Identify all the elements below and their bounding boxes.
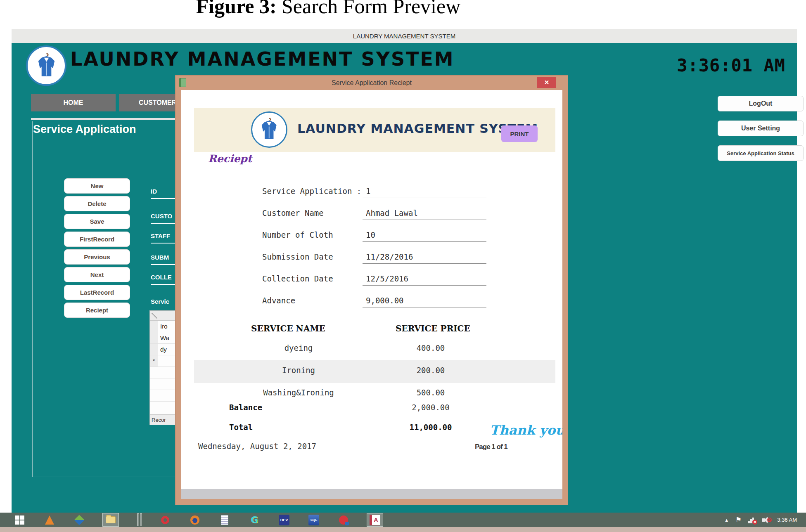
balance-value: 2,000.00: [375, 403, 486, 412]
datasheet-row[interactable]: dy: [150, 344, 175, 355]
field-value: Ahmad Lawal: [363, 208, 486, 220]
network-disconnected-icon[interactable]: ✕: [748, 517, 756, 523]
field-collection-date: Collection Date 12/5/2016: [181, 274, 562, 286]
field-label-submission-text: SUBM: [151, 254, 169, 261]
datasheet-cell[interactable]: dy: [158, 344, 175, 355]
datasheet-cell[interactable]: Wa: [158, 332, 175, 343]
receipt-button[interactable]: Reciept: [64, 303, 130, 318]
figure-caption-prefix: Figure 3:: [196, 0, 277, 18]
taskbar-clock[interactable]: 3:36 AM: [777, 517, 797, 523]
opera-icon[interactable]: [159, 513, 172, 527]
receipt-body: LAUNDRY MANAGEMENT SYSTEM PRINT Reciept …: [181, 90, 562, 499]
volume-muted-icon[interactable]: [762, 517, 770, 523]
logout-button[interactable]: LogOut: [718, 96, 804, 111]
report-icon: [179, 78, 186, 87]
explorer-window-stack[interactable]: [137, 513, 142, 526]
figure-caption-text: Search Form Preview: [277, 0, 461, 18]
sql-tool-icon[interactable]: SQL: [307, 513, 320, 527]
dialog-titlebar[interactable]: Service Application Reciept ✕: [175, 76, 568, 90]
tab-customer[interactable]: CUSTOMER: [119, 94, 175, 111]
record-navigation-label: Recor: [152, 417, 166, 423]
field-label: Collection Date: [262, 274, 333, 283]
datasheet-cell: [150, 390, 175, 401]
bluestacks-icon[interactable]: [73, 513, 86, 527]
new-button[interactable]: New: [64, 178, 130, 194]
datasheet-cell[interactable]: [158, 355, 175, 366]
field-label: Service Application :: [262, 187, 361, 196]
taskbar: G DEV SQL A ▲ ⚑ ✕ 3:36 AM: [0, 513, 806, 527]
show-hidden-icons-chevron[interactable]: ▲: [724, 518, 729, 523]
field-value: 11/28/2016: [363, 252, 486, 264]
service-application-status-button[interactable]: Service Application Status: [718, 145, 804, 161]
notepad-icon[interactable]: [218, 513, 231, 527]
field-value: 9,000.00: [363, 296, 486, 307]
start-button-icon[interactable]: [13, 513, 26, 527]
print-button[interactable]: PRINT: [501, 125, 538, 142]
datasheet-row[interactable]: Iro: [150, 321, 175, 332]
figure-caption: Figure 3: Search Form Preview: [0, 0, 657, 18]
first-record-button-label: FirstRecord: [80, 236, 114, 243]
taskbar-icons: G DEV SQL A: [13, 513, 383, 527]
screenshot-root: Figure 3: Search Form Preview LAUNDRY MA…: [0, 0, 806, 532]
window-titlebar[interactable]: LAUNDRY MANAGEMENT SYSTEM: [12, 29, 797, 43]
file-explorer-icon[interactable]: [102, 513, 119, 527]
new-record-marker[interactable]: *: [150, 355, 158, 366]
system-tray: ▲ ⚑ ✕ 3:36 AM: [724, 515, 797, 524]
ms-access-icon[interactable]: A: [367, 513, 383, 527]
field-value: 1: [363, 187, 486, 198]
digital-clock: 3:36:01 AM: [677, 55, 785, 76]
dev-cpp-glyph: DEV: [279, 515, 289, 525]
close-icon[interactable]: ✕: [537, 77, 556, 88]
datasheet-select-all[interactable]: [150, 311, 175, 321]
previous-button-label: Previous: [84, 253, 110, 260]
logout-button-label: LogOut: [749, 100, 773, 107]
record-navigation-bar[interactable]: Recor: [150, 414, 175, 425]
bottom-edge-strip: [0, 527, 806, 532]
service-price: 400.00: [375, 343, 486, 352]
tab-home[interactable]: HOME: [31, 94, 116, 111]
save-button[interactable]: Save: [64, 214, 130, 229]
service-datasheet[interactable]: Iro Wa dy * Recor: [149, 310, 176, 425]
datasheet-new-row[interactable]: *: [150, 355, 175, 367]
firefox-icon[interactable]: [188, 513, 202, 527]
dev-cpp-icon[interactable]: DEV: [277, 513, 291, 527]
field-label: Number of Cloth: [262, 230, 333, 239]
field-customer-name: Customer Name Ahmad Lawal: [181, 208, 562, 221]
datasheet-empty-row: [150, 378, 175, 390]
field-value: 10: [363, 230, 486, 242]
row-header[interactable]: [150, 344, 158, 355]
datasheet-empty-row: [150, 390, 175, 402]
delete-button[interactable]: Delete: [64, 196, 130, 211]
datasheet-cell[interactable]: Iro: [158, 321, 175, 332]
dialog-scroll-strip[interactable]: [181, 489, 562, 499]
tab-home-label: HOME: [64, 99, 83, 106]
previous-button[interactable]: Previous: [64, 249, 130, 265]
first-record-button[interactable]: FirstRecord: [64, 232, 130, 247]
last-record-button[interactable]: LastRecord: [64, 285, 130, 300]
row-header[interactable]: [150, 332, 158, 343]
next-button[interactable]: Next: [64, 267, 130, 282]
service-price-header: SERVICE PRICE: [396, 324, 470, 333]
game-dev-tool-icon[interactable]: G: [248, 513, 261, 527]
action-center-flag-icon[interactable]: ⚑: [735, 515, 742, 524]
app-logo: [26, 45, 66, 86]
user-setting-button[interactable]: User Setting: [718, 121, 804, 136]
tab-customer-label: CUSTOMER: [139, 99, 175, 106]
receipt-logo: [251, 111, 287, 148]
figure-caption-wrap: Figure 3: Search Form Preview: [0, 0, 657, 23]
row-header[interactable]: [150, 321, 158, 332]
sql-tool-glyph: SQL: [308, 515, 319, 525]
field-label-service-text: Servic: [151, 298, 169, 305]
service-name-header: SERVICE NAME: [251, 324, 325, 333]
delete-button-label: Delete: [88, 200, 106, 207]
app-brand-title: LAUNDRY MANAGEMENT SYSTEM: [70, 48, 455, 70]
datasheet-row[interactable]: Wa: [150, 332, 175, 344]
jacket-icon: [33, 53, 59, 79]
vlc-icon[interactable]: [43, 513, 56, 527]
total-label: Total: [229, 423, 253, 432]
user-setting-button-label: User Setting: [741, 125, 780, 132]
field-service-application: Service Application : 1: [181, 187, 562, 199]
total-value: 11,000.00: [375, 423, 486, 432]
red-media-app-icon[interactable]: [337, 513, 350, 527]
field-advance: Advance 9,000.00: [181, 296, 562, 308]
